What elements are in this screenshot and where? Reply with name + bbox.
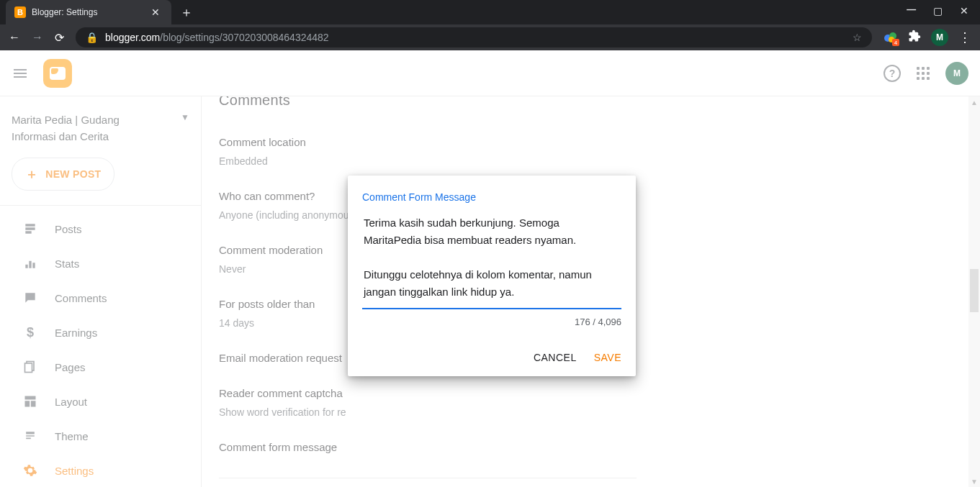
bookmark-star-icon[interactable]: ☆: [853, 32, 862, 43]
reload-icon[interactable]: ⟳: [55, 31, 64, 45]
tab-title: Blogger: Settings: [32, 7, 148, 17]
close-tab-icon[interactable]: ✕: [148, 6, 163, 18]
comment-message-textarea[interactable]: [362, 213, 621, 305]
window-controls: ─ ▢ ✕: [895, 5, 980, 20]
url-path: /blog/settings/3070203008464324482: [160, 32, 328, 43]
new-tab-button[interactable]: ＋: [180, 4, 193, 21]
url-input[interactable]: 🔒 blogger.com/blog/settings/307020300846…: [76, 27, 872, 47]
browser-menu-icon[interactable]: ⋮: [958, 29, 971, 45]
browser-tab[interactable]: B Blogger: Settings ✕: [6, 0, 171, 24]
char-count: 176 / 4,096: [362, 317, 621, 327]
save-button[interactable]: SAVE: [594, 352, 621, 363]
extension-balloon-icon[interactable]: 4: [884, 30, 898, 45]
profile-avatar[interactable]: M: [931, 29, 948, 46]
cancel-button[interactable]: CANCEL: [534, 352, 577, 363]
maximize-icon[interactable]: ▢: [933, 5, 943, 20]
url-domain: blogger.com: [105, 32, 160, 43]
blogger-favicon-icon: B: [14, 6, 26, 18]
address-bar: ← → ⟳ 🔒 blogger.com/blog/settings/307020…: [0, 24, 980, 50]
minimize-icon[interactable]: ─: [907, 2, 916, 17]
back-icon[interactable]: ←: [9, 31, 20, 44]
close-window-icon[interactable]: ✕: [960, 5, 968, 20]
extension-badge-count: 4: [892, 39, 899, 46]
dialog-title: Comment Form Message: [362, 191, 621, 203]
comment-form-message-dialog: Comment Form Message 176 / 4,096 CANCEL …: [348, 176, 636, 376]
forward-icon[interactable]: →: [32, 31, 43, 44]
extensions-puzzle-icon[interactable]: [908, 29, 921, 45]
browser-titlebar: B Blogger: Settings ✕ ＋ ─ ▢ ✕: [0, 0, 980, 24]
lock-icon: 🔒: [86, 32, 98, 43]
